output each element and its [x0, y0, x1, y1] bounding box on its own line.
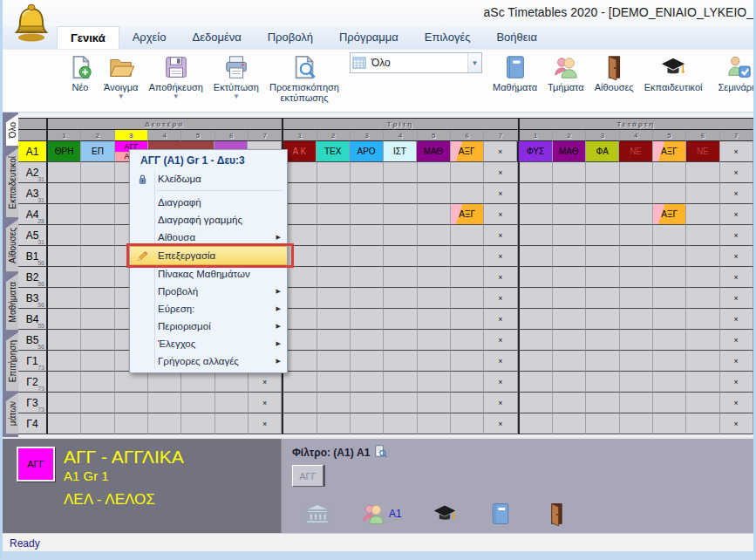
empty-cell-A3-2-6[interactable]	[686, 183, 719, 204]
view-select[interactable]: Όλο ▼	[350, 52, 482, 73]
empty-cell-B4-1-3[interactable]	[351, 309, 384, 330]
lesson-cell-A1-0-1[interactable]: ΘΡΗ	[48, 141, 81, 162]
empty-cell-B5-2-6[interactable]	[686, 330, 719, 351]
lesson-cell-A1-1-3[interactable]: ΑΡΟ	[350, 141, 383, 162]
empty-cell-A4-1-5[interactable]	[418, 204, 451, 225]
empty-cell-Γ2-2-4[interactable]	[620, 372, 653, 393]
empty-cell-B3-1-4[interactable]	[384, 288, 417, 309]
empty-cell-A2-0-2[interactable]	[81, 162, 114, 183]
toolbar-button-seminars[interactable]: Σεμινάρια	[713, 50, 753, 112]
toolbar-button-classes[interactable]: Τμήματα	[542, 50, 589, 112]
empty-cell-A2-0-1[interactable]	[48, 162, 81, 183]
empty-cell-Γ2-2-1[interactable]	[518, 372, 553, 393]
empty-cell-A5-0-2[interactable]	[81, 225, 114, 246]
empty-cell-A4-2-7[interactable]: ×	[720, 204, 753, 225]
empty-cell-B3-1-2[interactable]	[317, 288, 351, 309]
empty-cell-B5-1-5[interactable]	[418, 330, 451, 351]
row-header-10[interactable]: Γ173	[18, 351, 48, 372]
empty-cell-Γ4-0-5[interactable]	[181, 413, 215, 434]
lesson-cell-A1-1-2[interactable]: ΤΕΧ	[317, 141, 350, 162]
empty-cell-B3-2-5[interactable]	[653, 288, 686, 309]
menu-tab-data[interactable]: Δεδομένα	[179, 26, 254, 49]
empty-cell-Γ3-1-2[interactable]	[317, 393, 351, 413]
empty-cell-A2-2-6[interactable]	[686, 162, 719, 183]
empty-cell-Γ4-2-2[interactable]	[553, 413, 586, 434]
menu-tab-file[interactable]: Αρχείο	[119, 26, 180, 49]
empty-cell-Γ2-1-7[interactable]: ×	[484, 372, 517, 393]
period-header-0-5[interactable]: 5	[181, 130, 215, 141]
lesson-cell-A1-0-2[interactable]: ΕΠ	[81, 141, 114, 162]
context-menu-item-delete-row[interactable]: Διαγραφή γραμμής	[130, 211, 287, 229]
menu-tab-view[interactable]: Προβολή	[255, 26, 326, 49]
empty-cell-Γ1-0-2[interactable]	[81, 351, 114, 372]
empty-cell-Γ2-1-6[interactable]	[451, 372, 484, 393]
empty-cell-Γ4-1-1[interactable]	[282, 413, 317, 434]
row-header-6[interactable]: B256	[18, 267, 48, 288]
toolbar-button-subjects[interactable]: Μαθήματα	[487, 50, 542, 112]
empty-cell-A4-2-2[interactable]	[553, 204, 586, 225]
empty-cell-B1-1-2[interactable]	[317, 246, 351, 267]
period-header-2-6[interactable]: 6	[686, 130, 719, 141]
empty-cell-B5-2-1[interactable]	[518, 330, 553, 351]
empty-cell-B1-2-5[interactable]	[653, 246, 686, 267]
empty-cell-B3-0-1[interactable]	[48, 288, 81, 309]
empty-cell-Γ1-1-3[interactable]	[351, 351, 384, 372]
empty-cell-B5-2-3[interactable]	[586, 330, 619, 351]
empty-cell-A4-1-2[interactable]	[317, 204, 351, 225]
toolbar-button-print[interactable]: Εκτύπωση▼	[208, 50, 264, 112]
empty-cell-B3-1-3[interactable]	[351, 288, 384, 309]
empty-cell-A3-1-4[interactable]	[384, 183, 417, 204]
day-header-2[interactable]: Τετάρτη	[518, 119, 753, 130]
empty-cell-A5-1-7[interactable]: ×	[484, 225, 517, 246]
empty-cell-Γ1-1-5[interactable]	[418, 351, 451, 372]
day-header-0[interactable]: Δευτέρα	[48, 119, 282, 130]
empty-cell-Γ3-2-4[interactable]	[620, 393, 653, 413]
chevron-down-icon[interactable]: ▼	[233, 93, 240, 100]
lesson-cell-A1-2-5[interactable]: ΑΞΓ	[653, 141, 686, 162]
empty-cell-Γ2-1-4[interactable]	[384, 372, 417, 393]
empty-cell-B4-2-3[interactable]	[586, 309, 619, 330]
lesson-cell-A1-2-1[interactable]: ΦΥΣ	[517, 141, 552, 162]
empty-cell-Γ3-0-7[interactable]: ×	[249, 393, 282, 413]
empty-cell-B5-2-7[interactable]: ×	[720, 330, 753, 351]
row-header-5[interactable]: B156	[18, 246, 48, 267]
empty-cell-A5-2-5[interactable]	[653, 225, 686, 246]
empty-cell-B2-1-6[interactable]	[451, 267, 484, 288]
period-header-2-3[interactable]: 3	[586, 130, 619, 141]
empty-cell-B2-2-1[interactable]	[518, 267, 553, 288]
toolbar-button-teachers[interactable]: Εκπαιδευτικοί	[639, 50, 708, 112]
row-header-1[interactable]: A231	[18, 162, 48, 183]
empty-cell-A2-2-4[interactable]	[620, 162, 653, 183]
empty-cell-Γ2-2-2[interactable]	[553, 372, 586, 393]
graduation-cap-icon[interactable]	[432, 502, 458, 526]
empty-cell-Γ4-1-5[interactable]	[418, 413, 451, 434]
empty-cell-Γ1-2-6[interactable]	[686, 351, 719, 372]
empty-cell-Γ2-0-2[interactable]	[81, 372, 114, 393]
asc-bell-logo-icon[interactable]	[11, 3, 51, 44]
row-header-4[interactable]: A531	[18, 225, 48, 246]
row-header-9[interactable]: B556	[18, 330, 48, 351]
sidebar-tab-classrooms[interactable]: Αίθουσες	[5, 219, 18, 272]
empty-cell-Γ3-2-6[interactable]	[686, 393, 719, 413]
empty-cell-Γ2-2-5[interactable]	[653, 372, 686, 393]
empty-cell-A2-1-6[interactable]	[451, 162, 484, 183]
empty-cell-A2-2-3[interactable]	[586, 162, 619, 183]
empty-cell-Γ2-0-7[interactable]: ×	[249, 372, 282, 393]
empty-cell-Γ4-2-7[interactable]: ×	[720, 413, 753, 434]
empty-cell-Γ2-0-6[interactable]	[215, 372, 249, 393]
empty-cell-B1-2-4[interactable]	[620, 246, 653, 267]
empty-cell-A3-2-4[interactable]	[620, 183, 653, 204]
chevron-down-icon[interactable]: ▼	[118, 93, 125, 100]
context-menu-item-quick-changes[interactable]: Γρήγορες αλλαγές▶	[130, 352, 287, 370]
building-icon[interactable]	[304, 502, 330, 526]
context-menu-item-view[interactable]: Προβολή▶	[130, 283, 287, 300]
empty-cell-B5-2-2[interactable]	[553, 330, 586, 351]
empty-cell-A4-1-4[interactable]	[384, 204, 417, 225]
empty-cell-B2-2-3[interactable]	[586, 267, 619, 288]
context-menu-item-lesson-table[interactable]: Πίνακας Μαθημάτων	[130, 265, 287, 283]
empty-cell-B5-2-5[interactable]	[653, 330, 686, 351]
period-header-2-5[interactable]: 5	[653, 130, 686, 141]
empty-cell-B5-0-2[interactable]	[81, 330, 114, 351]
empty-cell-A3-1-7[interactable]: ×	[484, 183, 517, 204]
empty-cell-B5-0-1[interactable]	[48, 330, 81, 351]
